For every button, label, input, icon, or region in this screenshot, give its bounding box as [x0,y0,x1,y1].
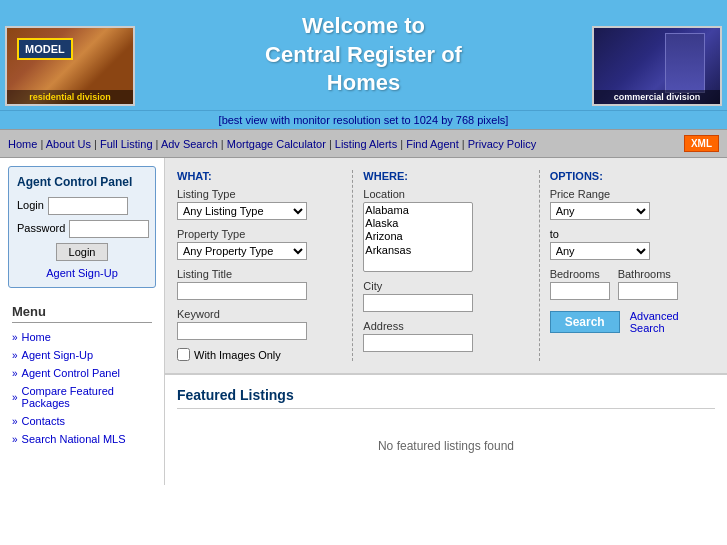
options-header: OPTIONS: [550,170,715,182]
agent-control-panel: Agent Control Panel Login Password Login… [8,166,156,288]
page-header: MODEL residential division Welcome to Ce… [0,0,727,110]
xml-button[interactable]: XML [684,135,719,152]
main-content: Agent Control Panel Login Password Login… [0,158,727,485]
login-input[interactable] [48,197,128,215]
nav-home[interactable]: Home [8,138,37,150]
search-form: WHAT: Listing Type Any Listing Type Prop… [165,158,727,375]
menu-item-agent-signup[interactable]: » Agent Sign-Up [12,349,152,361]
site-title: Welcome to Central Register of Homes [265,12,462,98]
sub-header: [best view with monitor resolution set t… [0,110,727,129]
menu-item-label: Search National MLS [22,433,126,445]
bedrooms-input[interactable] [550,282,610,300]
residential-label: residential division [7,90,133,104]
agent-signup-link[interactable]: Agent Sign-Up [17,267,147,279]
arrow-icon: » [12,332,18,343]
menu-title: Menu [12,304,152,323]
menu-item-label: Agent Control Panel [22,367,120,379]
nav-mortgage[interactable]: Mortgage Calculator [227,138,326,150]
images-only-label: With Images Only [194,349,281,361]
building-graphic [665,33,705,93]
menu-item-label: Contacts [22,415,65,427]
login-button[interactable]: Login [56,243,109,261]
to-label: to [550,228,559,240]
price-range-label: Price Range [550,188,715,200]
password-row: Password [17,220,147,238]
nav-full-listing[interactable]: Full Listing [100,138,153,150]
location-label: Location [363,188,528,200]
menu-item-home[interactable]: » Home [12,331,152,343]
arrow-icon: » [12,392,18,403]
header-center: Welcome to Central Register of Homes [140,0,587,110]
model-sign: MODEL [17,38,73,60]
menu-item-compare[interactable]: » Compare Featured Packages [12,385,152,409]
address-label: Address [363,320,528,332]
content-area: WHAT: Listing Type Any Listing Type Prop… [165,158,727,485]
listing-type-label: Listing Type [177,188,342,200]
commercial-section: commercial division [587,0,727,110]
featured-title: Featured Listings [177,387,715,409]
where-header: WHERE: [363,170,528,182]
login-label: Login [17,199,44,211]
menu-item-agent-control[interactable]: » Agent Control Panel [12,367,152,379]
property-type-group: Property Type Any Property Type [177,228,342,260]
residential-section: MODEL residential division [0,0,140,110]
listing-title-input[interactable] [177,282,307,300]
price-to-select[interactable]: Any [550,242,650,260]
menu-item-national-mls[interactable]: » Search National MLS [12,433,152,445]
featured-listings: Featured Listings No featured listings f… [165,375,727,485]
images-only-row: With Images Only [177,348,342,361]
arrow-icon: » [12,434,18,445]
city-label: City [363,280,528,292]
nav-find-agent[interactable]: Find Agent [406,138,459,150]
residential-image: MODEL residential division [5,26,135,106]
search-columns: WHAT: Listing Type Any Listing Type Prop… [177,170,715,361]
city-input[interactable] [363,294,473,312]
listing-title-group: Listing Title [177,268,342,300]
where-column: WHERE: Location Alabama Alaska Arizona A… [352,170,528,361]
images-only-checkbox[interactable] [177,348,190,361]
agent-panel-title: Agent Control Panel [17,175,147,189]
price-from-select[interactable]: Any [550,202,650,220]
keyword-input[interactable] [177,322,307,340]
menu-item-contacts[interactable]: » Contacts [12,415,152,427]
options-column: OPTIONS: Price Range Any to Any [539,170,715,361]
listing-title-label: Listing Title [177,268,342,280]
location-group: Location Alabama Alaska Arizona Arkansas [363,188,528,272]
menu-item-label: Agent Sign-Up [22,349,94,361]
navigation-bar: Home | About Us | Full Listing | Adv Sea… [0,129,727,158]
nav-links: Home | About Us | Full Listing | Adv Sea… [8,138,684,150]
city-group: City [363,280,528,312]
commercial-label: commercial division [594,90,720,104]
menu-section: Menu » Home » Agent Sign-Up » Agent Cont… [8,300,156,455]
arrow-icon: » [12,416,18,427]
beds-baths-row: Bedrooms Bathrooms [550,268,715,300]
password-input[interactable] [69,220,149,238]
sidebar: Agent Control Panel Login Password Login… [0,158,165,485]
location-list[interactable]: Alabama Alaska Arizona Arkansas [363,202,473,272]
commercial-image: commercial division [592,26,722,106]
menu-item-label: Home [22,331,51,343]
bathrooms-input[interactable] [618,282,678,300]
bedrooms-label: Bedrooms [550,268,610,280]
address-group: Address [363,320,528,352]
nav-about[interactable]: About Us [46,138,91,150]
bedrooms-group: Bedrooms [550,268,610,300]
advanced-search-link[interactable]: Advanced Search [630,310,715,334]
price-to-group: Any [550,242,715,260]
bathrooms-label: Bathrooms [618,268,678,280]
property-type-label: Property Type [177,228,342,240]
search-button[interactable]: Search [550,311,620,333]
property-type-select[interactable]: Any Property Type [177,242,307,260]
listing-type-group: Listing Type Any Listing Type [177,188,342,220]
price-range-group: Price Range Any [550,188,715,220]
nav-listing-alerts[interactable]: Listing Alerts [335,138,397,150]
what-column: WHAT: Listing Type Any Listing Type Prop… [177,170,342,361]
price-to-row: to [550,228,715,240]
listing-type-select[interactable]: Any Listing Type [177,202,307,220]
address-input[interactable] [363,334,473,352]
search-actions: Search Advanced Search [550,310,715,334]
what-header: WHAT: [177,170,342,182]
nav-adv-search[interactable]: Adv Search [161,138,218,150]
nav-privacy[interactable]: Privacy Policy [468,138,536,150]
menu-item-label: Compare Featured Packages [22,385,152,409]
